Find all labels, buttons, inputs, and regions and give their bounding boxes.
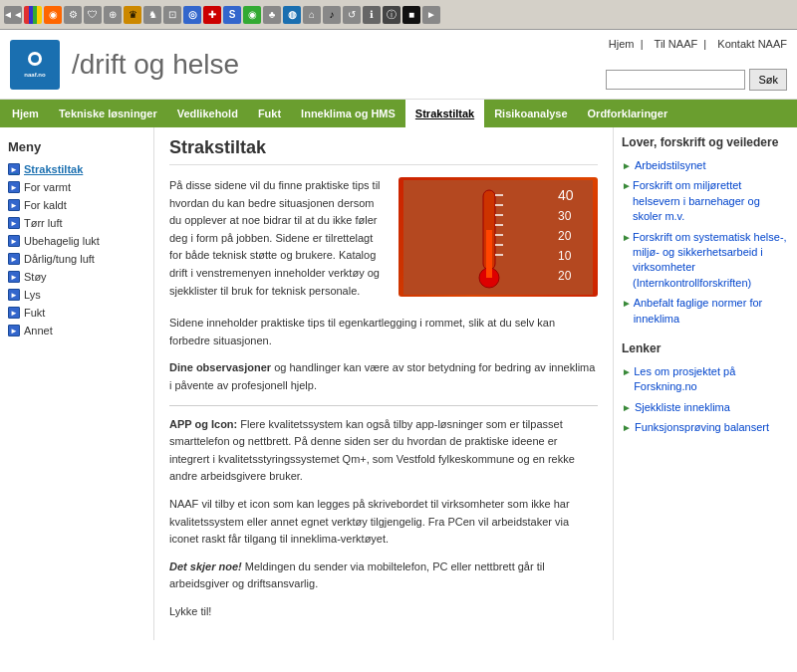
site-title: /drift og helse xyxy=(72,49,239,81)
search-input[interactable] xyxy=(606,70,745,90)
sidebar-label: Strakstiltak xyxy=(24,163,83,175)
sidebar-label: Fukt xyxy=(24,307,45,319)
sidebar-item-fukt[interactable]: ► Fukt xyxy=(0,304,153,322)
intro-text: På disse sidene vil du finne praktiske t… xyxy=(169,177,387,300)
nav-item-ordforklaringer[interactable]: Ordforklaringer xyxy=(578,100,678,127)
windows-icon[interactable] xyxy=(24,6,42,24)
s-logo-icon[interactable]: S xyxy=(223,6,241,24)
rs-link-forskrift-sys[interactable]: ► Forskrift om systematisk helse-, miljø… xyxy=(622,230,789,292)
rs-link-arbeidstilsynet[interactable]: ► Arbeidstilsynet xyxy=(622,158,789,173)
sidebar-item-for-kaldt[interactable]: ► For kaldt xyxy=(0,196,153,214)
bullet-icon: ► xyxy=(8,307,20,319)
sidebar-item-for-varmt[interactable]: ► For varmt xyxy=(0,178,153,196)
links-section: Lenker ► Les om prosjektet på Forskning.… xyxy=(622,341,789,436)
nav-item-vedlikehold[interactable]: Vedlikehold xyxy=(167,100,248,127)
navigation: Hjem Tekniske løsninger Vedlikehold Fukt… xyxy=(0,100,797,127)
body-paragraph-2: Dine observasjoner og handlinger kan vær… xyxy=(169,359,598,394)
arrow-icon: ► xyxy=(622,231,630,245)
bullet-icon: ► xyxy=(8,235,20,247)
cross-icon[interactable]: ✚ xyxy=(203,6,221,24)
right-sidebar: Lover, forskrift og veiledere ► Arbeidst… xyxy=(613,127,797,640)
nav-item-inneklima[interactable]: Inneklima og HMS xyxy=(291,100,405,127)
main-area: Meny ► Strakstiltak ► For varmt ► For ka… xyxy=(0,127,797,640)
bullet-icon: ► xyxy=(8,217,20,229)
earth3-icon[interactable]: ◍ xyxy=(283,6,301,24)
arrow-icon: ► xyxy=(622,365,631,379)
laws-section-title: Lover, forskrift og veiledere xyxy=(622,135,789,152)
sidebar-label: Dårlig/tung luft xyxy=(24,253,95,265)
black-sq-icon[interactable]: ■ xyxy=(402,6,420,24)
nav-item-hjem[interactable]: Hjem xyxy=(2,100,49,127)
nav-item-tekniske[interactable]: Tekniske løsninger xyxy=(49,100,167,127)
svg-text:20: 20 xyxy=(558,229,572,243)
svg-text:20: 20 xyxy=(558,269,572,283)
crown-icon[interactable]: ♛ xyxy=(124,6,141,24)
rs-link-anbefalte[interactable]: ► Anbefalt faglige normer for inneklima xyxy=(622,296,789,327)
home-icon[interactable]: ⌂ xyxy=(303,6,321,24)
svg-text:naaf.no: naaf.no xyxy=(24,72,46,78)
nav-item-risikoanalyse[interactable]: Risikoanalyse xyxy=(484,100,577,127)
top-link-naaf[interactable]: Til NAAF xyxy=(655,38,698,50)
nav-back-icon[interactable]: ◄◄ xyxy=(4,6,22,24)
rs-link-sjekkliste[interactable]: ► Sjekkliste inneklima xyxy=(622,400,789,415)
svg-text:40: 40 xyxy=(558,187,574,203)
arrow-right-icon[interactable]: ► xyxy=(422,6,440,24)
sidebar-item-strakstiltak[interactable]: ► Strakstiltak xyxy=(0,160,153,178)
sidebar: Meny ► Strakstiltak ► For varmt ► For ka… xyxy=(0,127,154,640)
arrow-icon: ► xyxy=(622,297,631,311)
sidebar-label: For kaldt xyxy=(24,199,67,211)
rs-link-forskning[interactable]: ► Les om prosjektet på Forskning.no xyxy=(622,364,789,395)
arrow-icon: ► xyxy=(622,401,632,415)
shield-icon[interactable]: 🛡 xyxy=(84,6,102,24)
medal-icon[interactable]: ⊕ xyxy=(104,6,122,24)
sidebar-label: Lys xyxy=(24,289,41,301)
info-icon[interactable]: ℹ xyxy=(363,6,381,24)
top-link-hjem[interactable]: Hjem xyxy=(609,38,635,50)
thermometer-image: 40 30 20 10 20 xyxy=(398,177,598,297)
refresh-icon[interactable]: ↺ xyxy=(343,6,361,24)
earth2-icon[interactable]: ◉ xyxy=(243,6,261,24)
fish-icon[interactable]: ♣ xyxy=(263,6,281,24)
sidebar-item-annet[interactable]: ► Annet xyxy=(0,322,153,339)
circle-icon[interactable]: ◉ xyxy=(44,6,62,24)
arrow-icon: ► xyxy=(622,421,632,435)
rs-link-text: Forskrift om miljørettet helsevern i bar… xyxy=(633,178,789,224)
music-icon[interactable]: ♪ xyxy=(323,6,341,24)
bullet-icon: ► xyxy=(8,181,20,193)
nav-item-strakstiltak[interactable]: Strakstiltak xyxy=(405,100,484,127)
rs-link-funksjonsprove[interactable]: ► Funksjonsprøving balansert xyxy=(622,420,789,435)
body-paragraph-4: NAAF vil tilby et icon som kan legges på… xyxy=(169,496,598,549)
closing-text: Lykke til! xyxy=(169,603,598,621)
bullet-icon: ► xyxy=(8,199,20,211)
gear-icon[interactable]: ⚙ xyxy=(64,6,82,24)
earth-icon[interactable]: ◎ xyxy=(183,6,201,24)
lion-icon[interactable]: ♞ xyxy=(143,6,161,24)
sidebar-item-ubehagelig-lukt[interactable]: ► Ubehagelig lukt xyxy=(0,232,153,250)
content-area: Strakstiltak På disse sidene vil du finn… xyxy=(154,127,613,640)
rs-link-forskrift-miljo[interactable]: ► Forskrift om miljørettet helsevern i b… xyxy=(622,178,789,224)
separator xyxy=(169,405,598,406)
bullet-icon: ► xyxy=(8,289,20,301)
rs-link-text: Les om prosjektet på Forskning.no xyxy=(634,364,789,395)
sidebar-item-lys[interactable]: ► Lys xyxy=(0,286,153,304)
nav-item-fukt[interactable]: Fukt xyxy=(248,100,291,127)
doc-icon[interactable]: ⊡ xyxy=(163,6,181,24)
body-paragraph-5: Det skjer noe! Meldingen du sender via m… xyxy=(169,559,598,593)
body-paragraph-1: Sidene inneholder praktiske tips til ege… xyxy=(169,315,598,349)
toolbar: ◄◄ ◉ ⚙ 🛡 ⊕ ♛ ♞ ⊡ ◎ ✚ S ◉ ♣ ◍ ⌂ ♪ ↺ ℹ ⓘ ■… xyxy=(0,0,797,30)
body-paragraph-3: APP og Icon: Flere kvalitetssystem kan o… xyxy=(169,416,598,486)
search-area: Søk xyxy=(606,69,787,91)
bullet-icon: ► xyxy=(8,271,20,283)
search-button[interactable]: Søk xyxy=(749,69,787,91)
bullet-icon: ► xyxy=(8,253,20,265)
sidebar-item-torr-luft[interactable]: ► Tørr luft xyxy=(0,214,153,232)
arrow-icon: ► xyxy=(622,179,630,193)
info2-icon[interactable]: ⓘ xyxy=(383,6,400,24)
top-link-kontakt[interactable]: Kontakt NAAF xyxy=(717,38,787,50)
italic-text-skjer: Det skjer noe! xyxy=(169,560,242,572)
sidebar-label: Ubehagelig lukt xyxy=(24,235,100,247)
rs-link-text: Sjekkliste inneklima xyxy=(635,400,730,415)
rs-link-text: Forskrift om systematisk helse-, miljø- … xyxy=(633,230,789,292)
sidebar-item-stoy[interactable]: ► Støy xyxy=(0,268,153,286)
sidebar-item-darlig-luft[interactable]: ► Dårlig/tung luft xyxy=(0,250,153,268)
